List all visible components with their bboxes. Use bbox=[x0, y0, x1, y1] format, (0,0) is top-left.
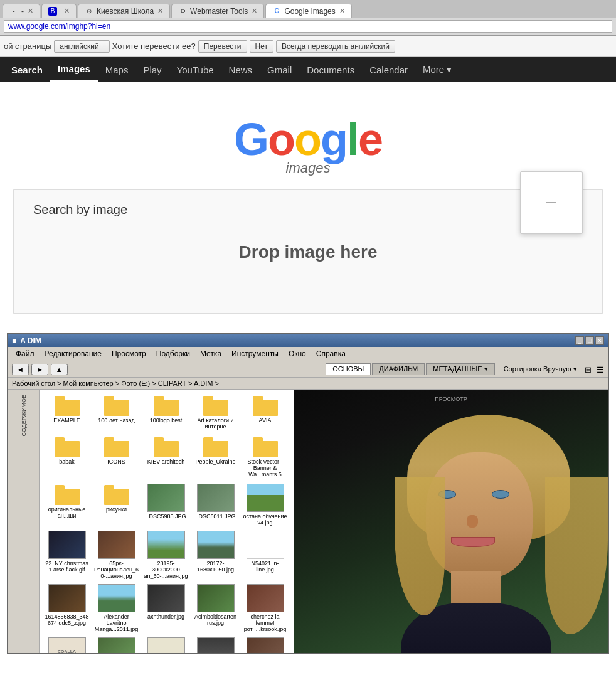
thumb-dsc2670[interactable]: DSC_2670.JPG bbox=[93, 636, 140, 653]
fm-back-button[interactable]: ◄ bbox=[12, 364, 29, 375]
nav-news[interactable]: News bbox=[221, 57, 260, 82]
no-translate-button[interactable]: Нет bbox=[250, 40, 273, 53]
folder-avia[interactable]: AVIA bbox=[242, 393, 289, 432]
thumb-dsc6011[interactable]: _DSC6011.JPG bbox=[192, 482, 239, 527]
thumb-cherchez[interactable]: cherchez la femme! рот_...krsook.jpg bbox=[242, 583, 289, 634]
fm-tab-slideshow[interactable]: ДИАФИЛЬМ bbox=[372, 363, 425, 375]
thumb-28195[interactable]: 28195-3000x2000 an_60-...ания.jpg bbox=[142, 529, 189, 580]
fm-list-icon[interactable]: ☰ bbox=[597, 365, 604, 375]
fm-menu-window[interactable]: Окно bbox=[284, 348, 311, 359]
tab-5[interactable]: G Google Images ✕ bbox=[265, 4, 351, 18]
fm-forward-button[interactable]: ► bbox=[31, 364, 48, 375]
fm-view-tabs: ОСНОВЫ ДИАФИЛЬМ МЕТАДАННЫЕ ▾ bbox=[326, 363, 494, 375]
fm-tab-basics[interactable]: ОСНОВЫ bbox=[326, 363, 371, 375]
nav-more[interactable]: More ▾ bbox=[415, 57, 459, 82]
fm-menu-file[interactable]: Файл bbox=[11, 348, 40, 359]
fm-menu-help[interactable]: Справка bbox=[311, 348, 351, 359]
folder-100years[interactable]: 100 лет назад bbox=[93, 393, 140, 432]
nav-youtube[interactable]: YouTube bbox=[169, 57, 221, 82]
thumb-20172[interactable]: 20172-1680x1050 jpg bbox=[192, 529, 239, 580]
fm-restore-button[interactable]: □ bbox=[585, 336, 594, 345]
folder-kiev[interactable]: KIEV architech bbox=[142, 435, 189, 480]
thumb-img-28195 bbox=[147, 531, 185, 559]
tab-close-4[interactable]: ✕ bbox=[252, 7, 257, 15]
thumb-r5-2[interactable] bbox=[242, 636, 289, 653]
google-logo-container: Google images bbox=[234, 114, 382, 176]
fm-sidebar: СОДЕРЖИМОЕ bbox=[8, 390, 40, 653]
tab-1[interactable]: - - ✕ bbox=[3, 4, 40, 18]
folder-babak[interactable]: babak bbox=[43, 435, 90, 480]
thumb-img-n54021 bbox=[247, 531, 284, 559]
fm-file-grid[interactable]: EXAMPLE 100 лет назад 100logo best Art к… bbox=[40, 390, 294, 653]
nav-documents[interactable]: Documents bbox=[299, 57, 362, 82]
fm-tab-metadata[interactable]: МЕТАДАННЫЕ ▾ bbox=[426, 363, 494, 375]
thumb-65pe[interactable]: 65рє-Ренационален_60-...ания.jpg bbox=[93, 529, 140, 580]
nav-calendar[interactable]: Calendar bbox=[362, 57, 415, 82]
thumb-img-coalla: COALLA bbox=[48, 637, 86, 653]
fm-sort-label[interactable]: Сортировка Вручную ▾ bbox=[504, 365, 577, 373]
nav-gmail[interactable]: Gmail bbox=[260, 57, 299, 82]
fm-up-button[interactable]: ▲ bbox=[51, 364, 68, 375]
tab-close-3[interactable]: ✕ bbox=[157, 7, 163, 15]
thumb-landscape[interactable]: остана обучение v4.jpg bbox=[242, 482, 289, 527]
always-translate-button[interactable]: Всегда переводить английский bbox=[276, 40, 395, 53]
nav-play[interactable]: Play bbox=[135, 57, 169, 82]
folder-stock[interactable]: Stock Vector - Banner & Wa...mants 5 bbox=[242, 435, 289, 480]
thumb-axh[interactable]: axhthunder.jpg bbox=[142, 583, 189, 634]
fm-menu-edit[interactable]: Редактирование bbox=[40, 348, 107, 359]
folder-example[interactable]: EXAMPLE bbox=[43, 393, 90, 432]
folder-icons[interactable]: ICONS bbox=[93, 435, 140, 480]
address-input[interactable] bbox=[4, 20, 612, 33]
tab-4[interactable]: ⚙ Webmaster Tools ✕ bbox=[171, 4, 264, 18]
hair-left bbox=[395, 477, 445, 615]
tab-label-3: Киевская Школа bbox=[97, 7, 154, 16]
tab-close-5[interactable]: ✕ bbox=[339, 7, 345, 15]
fm-minimize-button[interactable]: _ bbox=[575, 336, 584, 345]
thumb-label-20172: 20172-1680x1050 jpg bbox=[193, 560, 238, 573]
fm-menu-collections[interactable]: Подборки bbox=[151, 348, 195, 359]
folder-100logo[interactable]: 100logo best bbox=[142, 393, 189, 432]
thumb-coalla[interactable]: COALLA COALLA_present in ort@k4a.pdf bbox=[43, 636, 90, 653]
thumb-label-65pe: 65рє-Ренационален_60-...ания.jpg bbox=[94, 560, 139, 579]
preview-woman-figure bbox=[376, 415, 595, 653]
fm-menu-mark[interactable]: Метка bbox=[195, 348, 226, 359]
preview-label-bar: ПРОСМОТР bbox=[294, 392, 608, 403]
thumb-label-acimboldo: Acimboldosarten rus.jpg bbox=[193, 614, 238, 626]
thumb-alexander[interactable]: Alexander Lavritno Manga...2011.jpg bbox=[93, 583, 140, 634]
fm-grid-icon[interactable]: ⊞ bbox=[585, 365, 592, 375]
thumb-acimboldo[interactable]: Acimboldosarten rus.jpg bbox=[192, 583, 239, 634]
tab-close-2[interactable]: ✕ bbox=[64, 7, 70, 15]
thumb-img-65pe bbox=[98, 531, 135, 559]
folder-icon-kiev bbox=[154, 437, 179, 457]
folder-people[interactable]: People_Ukraine bbox=[192, 435, 239, 480]
nav-images[interactable]: Images bbox=[50, 57, 98, 82]
fm-close-button[interactable]: ✕ bbox=[595, 336, 604, 345]
fm-title-text: A DIM bbox=[20, 336, 41, 345]
translate-button[interactable]: Перевести bbox=[198, 40, 247, 53]
nav-maps[interactable]: Maps bbox=[98, 57, 136, 82]
thumb-img-axh bbox=[147, 584, 185, 612]
drop-panel[interactable]: Search by image Drop image here bbox=[13, 189, 603, 314]
tab-2[interactable]: B ✕ bbox=[41, 4, 77, 18]
nav-search[interactable]: Search bbox=[4, 57, 50, 82]
thumb-christmas[interactable]: 22_NY christmas 1 arse flack.gif bbox=[43, 529, 90, 580]
tab-3[interactable]: ⊙ Киевская Школа ✕ bbox=[78, 4, 170, 18]
folder-drawings[interactable]: рисунки bbox=[93, 482, 140, 527]
thumb-label-dsc6011: _DSC6011.JPG bbox=[195, 513, 235, 519]
thumb-n54021[interactable]: N54021 in-line.jpg bbox=[242, 529, 289, 580]
fm-menu-tools[interactable]: Инструменты bbox=[226, 348, 284, 359]
thumb-r5-1[interactable] bbox=[192, 636, 239, 653]
folder-art[interactable]: Art каталоги и интерне bbox=[192, 393, 239, 432]
folder-orig[interactable]: оригинальные ан...ши bbox=[43, 482, 90, 527]
folder-label-drawings: рисунки bbox=[106, 506, 127, 513]
folder-icon-100logo bbox=[154, 396, 179, 416]
thumb-img-landscape bbox=[247, 484, 284, 512]
thumb-1614[interactable]: 1614856838_348674 ddc5_z.jpg bbox=[43, 583, 90, 634]
thumb-img-cherchez bbox=[247, 584, 284, 612]
search-input-box[interactable] bbox=[520, 171, 583, 234]
tab-close-1[interactable]: ✕ bbox=[28, 7, 33, 15]
thumb-enzo[interactable]: Enzo Mari 1.jpg bbox=[142, 636, 189, 653]
fm-menu-view[interactable]: Просмотр bbox=[107, 348, 151, 359]
thumb-dsc5985[interactable]: _DSC5985.JPG bbox=[142, 482, 189, 527]
trans-lang-dropdown[interactable]: английский bbox=[54, 40, 109, 53]
